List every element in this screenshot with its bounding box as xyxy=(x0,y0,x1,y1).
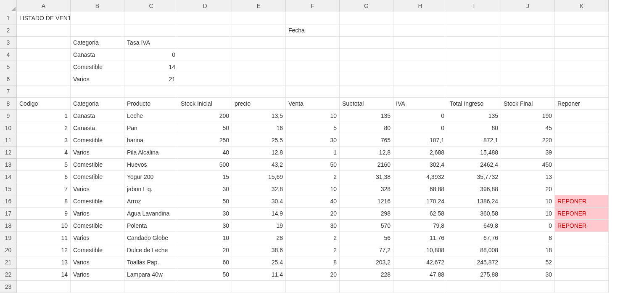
precio-2[interactable]: 25,5 xyxy=(232,134,286,146)
iva-9[interactable]: 79,8 xyxy=(393,220,447,232)
cell-E4[interactable] xyxy=(232,49,286,61)
cell-F5[interactable] xyxy=(286,61,340,73)
col-header-F[interactable]: F xyxy=(286,0,340,12)
row-header-2[interactable]: 2 xyxy=(0,24,17,37)
iva-header-cat[interactable]: Categoria xyxy=(71,37,124,49)
cell-H1[interactable] xyxy=(393,12,447,24)
cell-K3[interactable] xyxy=(555,37,609,49)
title-cell[interactable]: LISTADO DE VENTAS AUTOSERVICE xyxy=(17,12,71,24)
row-header-5[interactable]: 5 xyxy=(0,61,17,73)
venta-7[interactable]: 40 xyxy=(286,195,340,208)
cell-E3[interactable] xyxy=(232,37,286,49)
cell-D4[interactable] xyxy=(178,49,232,61)
iva-tasa-2[interactable]: 21 xyxy=(124,73,178,85)
cell-F4[interactable] xyxy=(286,49,340,61)
venta-2[interactable]: 30 xyxy=(286,134,340,146)
stockini-6[interactable]: 30 xyxy=(178,183,232,195)
precio-0[interactable]: 13,5 xyxy=(232,110,286,122)
codigo-1[interactable]: 2 xyxy=(17,122,71,134)
cell-H4[interactable] xyxy=(393,49,447,61)
cell-A2[interactable] xyxy=(17,24,71,37)
categoria-5[interactable]: Comestible xyxy=(71,171,124,183)
row-header-15[interactable]: 15 xyxy=(0,183,17,195)
iva-header-tasa[interactable]: Tasa IVA xyxy=(124,37,178,49)
cell-H6[interactable] xyxy=(393,73,447,85)
main-header-2[interactable]: Producto xyxy=(124,98,178,110)
main-header-0[interactable]: Codigo xyxy=(17,98,71,110)
iva-1[interactable]: 0 xyxy=(393,122,447,134)
cell-G3[interactable] xyxy=(340,37,393,49)
codigo-5[interactable]: 6 xyxy=(17,171,71,183)
row-header-16[interactable]: 16 xyxy=(0,195,17,208)
cell-B1[interactable] xyxy=(71,12,124,24)
codigo-3[interactable]: 4 xyxy=(17,146,71,159)
cell-G7[interactable] xyxy=(340,85,393,98)
stockini-0[interactable]: 200 xyxy=(178,110,232,122)
venta-5[interactable]: 2 xyxy=(286,171,340,183)
cell-A6[interactable] xyxy=(17,73,71,85)
stockfin-12[interactable]: 52 xyxy=(501,256,555,269)
reponer-10[interactable] xyxy=(555,232,609,244)
col-header-B[interactable]: B xyxy=(71,0,124,12)
cell-C1[interactable] xyxy=(124,12,178,24)
cell-C2[interactable] xyxy=(124,24,178,37)
iva-tasa-1[interactable]: 14 xyxy=(124,61,178,73)
precio-8[interactable]: 14,9 xyxy=(232,208,286,220)
iva-5[interactable]: 4,3932 xyxy=(393,171,447,183)
row-header-4[interactable]: 4 xyxy=(0,49,17,61)
venta-4[interactable]: 50 xyxy=(286,159,340,171)
total-12[interactable]: 245,872 xyxy=(447,256,501,269)
cell-F7[interactable] xyxy=(286,85,340,98)
iva-11[interactable]: 10,808 xyxy=(393,244,447,256)
main-header-10[interactable]: Reponer xyxy=(555,98,609,110)
reponer-2[interactable] xyxy=(555,134,609,146)
row-header-13[interactable]: 13 xyxy=(0,159,17,171)
cell-D2[interactable] xyxy=(178,24,232,37)
stockini-8[interactable]: 30 xyxy=(178,208,232,220)
cell-K4[interactable] xyxy=(555,49,609,61)
reponer-0[interactable] xyxy=(555,110,609,122)
venta-1[interactable]: 5 xyxy=(286,122,340,134)
stockini-4[interactable]: 500 xyxy=(178,159,232,171)
iva-12[interactable]: 42,672 xyxy=(393,256,447,269)
subtotal-4[interactable]: 2160 xyxy=(340,159,393,171)
cell-B23[interactable] xyxy=(71,281,124,293)
total-3[interactable]: 15,488 xyxy=(447,146,501,159)
reponer-3[interactable] xyxy=(555,146,609,159)
reponer-1[interactable] xyxy=(555,122,609,134)
iva-8[interactable]: 62,58 xyxy=(393,208,447,220)
cell-K23[interactable] xyxy=(555,281,609,293)
producto-12[interactable]: Toallas Pap. xyxy=(124,256,178,269)
main-header-3[interactable]: Stock Inicial xyxy=(178,98,232,110)
cell-G6[interactable] xyxy=(340,73,393,85)
stockfin-0[interactable]: 190 xyxy=(501,110,555,122)
subtotal-6[interactable]: 328 xyxy=(340,183,393,195)
subtotal-10[interactable]: 56 xyxy=(340,232,393,244)
iva-tasa-0[interactable]: 0 xyxy=(124,49,178,61)
cell-H5[interactable] xyxy=(393,61,447,73)
codigo-11[interactable]: 12 xyxy=(17,244,71,256)
total-9[interactable]: 649,8 xyxy=(447,220,501,232)
cell-K1[interactable] xyxy=(555,12,609,24)
cell-F6[interactable] xyxy=(286,73,340,85)
spreadsheet[interactable]: ABCDEFGHIJK1LISTADO DE VENTAS AUTOSERVIC… xyxy=(0,0,644,293)
codigo-10[interactable]: 11 xyxy=(17,232,71,244)
producto-13[interactable]: Lampara 40w xyxy=(124,269,178,281)
categoria-6[interactable]: Varios xyxy=(71,183,124,195)
subtotal-8[interactable]: 298 xyxy=(340,208,393,220)
cell-C23[interactable] xyxy=(124,281,178,293)
codigo-4[interactable]: 5 xyxy=(17,159,71,171)
stockini-2[interactable]: 250 xyxy=(178,134,232,146)
producto-0[interactable]: Leche xyxy=(124,110,178,122)
cell-F3[interactable] xyxy=(286,37,340,49)
categoria-9[interactable]: Comestible xyxy=(71,220,124,232)
categoria-2[interactable]: Comestible xyxy=(71,134,124,146)
subtotal-11[interactable]: 77,2 xyxy=(340,244,393,256)
reponer-7[interactable]: REPONER xyxy=(555,195,609,208)
stockini-10[interactable]: 10 xyxy=(178,232,232,244)
cell-J5[interactable] xyxy=(501,61,555,73)
cell-J3[interactable] xyxy=(501,37,555,49)
cell-F23[interactable] xyxy=(286,281,340,293)
cell-G1[interactable] xyxy=(340,12,393,24)
precio-12[interactable]: 25,4 xyxy=(232,256,286,269)
